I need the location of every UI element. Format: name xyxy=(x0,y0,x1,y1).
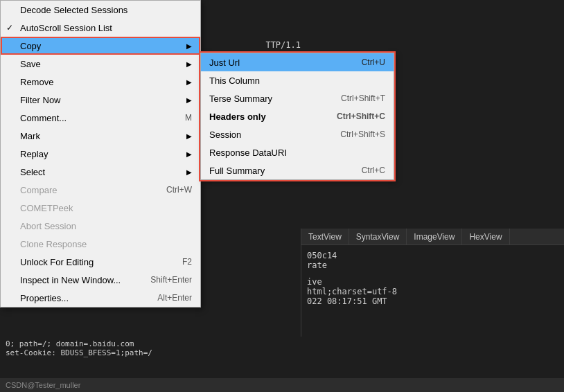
menu-item-save[interactable]: Save ▶ xyxy=(1,55,200,73)
menu-item-remove-label: Remove xyxy=(20,77,53,87)
menu-item-save-label: Save xyxy=(20,59,41,69)
cookie-line2: set-Cookie: BDUSS_BFESS=1;path=/ xyxy=(6,348,558,357)
checkmark-icon: ✓ xyxy=(6,23,13,33)
sub-menu-item-session[interactable]: Session Ctrl+Shift+S xyxy=(201,125,394,143)
menu-item-autoscroll[interactable]: ✓ AutoScroll Session List xyxy=(1,19,200,37)
tab-textview[interactable]: TextView xyxy=(301,229,349,244)
filter-arrow-icon: ▶ xyxy=(186,96,192,104)
replay-arrow-icon: ▶ xyxy=(186,150,192,158)
mark-arrow-icon: ▶ xyxy=(186,132,192,140)
sub-menu-headers-only-label: Headers only xyxy=(209,112,266,122)
tab-imageview[interactable]: ImageView xyxy=(407,229,462,244)
tab-hexview[interactable]: HexView xyxy=(462,229,509,244)
menu-item-clone-label: Clone Response xyxy=(20,239,87,249)
sub-menu-item-this-column[interactable]: This Column xyxy=(201,71,394,89)
menu-item-clone: Clone Response xyxy=(1,235,200,253)
menu-item-properties[interactable]: Properties... Alt+Enter xyxy=(1,289,200,307)
code-date: 022 08:17:51 GMT xyxy=(307,296,558,306)
sub-menu-session-shortcut: Ctrl+Shift+S xyxy=(340,130,385,139)
sub-menu-just-url-label: Just Url xyxy=(209,57,240,68)
menu-item-cometpeek: COMETPeek xyxy=(1,199,200,217)
menu-item-filter-now-label: Filter Now xyxy=(20,95,61,105)
sub-menu-item-full-summary[interactable]: Full Summary Ctrl+C xyxy=(201,161,394,179)
menu-item-unlock[interactable]: Unlock For Editing F2 xyxy=(1,253,200,271)
sub-menu-item-just-url[interactable]: Just Url Ctrl+U xyxy=(201,53,394,71)
menu-item-unlock-label: Unlock For Editing xyxy=(20,257,94,267)
menu-item-select[interactable]: Select ▶ xyxy=(1,163,200,181)
menu-item-compare: Compare Ctrl+W xyxy=(1,181,200,199)
menu-item-replay-label: Replay xyxy=(20,149,48,159)
menu-item-mark[interactable]: Mark ▶ xyxy=(1,127,200,145)
menu-item-properties-shortcut: Alt+Enter xyxy=(157,293,192,303)
menu-item-comment-shortcut: M xyxy=(185,113,192,123)
menu-item-inspect-shortcut: Shift+Enter xyxy=(150,275,192,285)
menu-item-select-label: Select xyxy=(20,167,45,177)
bottom-bar-text: CSDN@Tester_muller xyxy=(6,381,80,389)
tab-bar: TextView SyntaxView ImageView HexView xyxy=(301,229,564,245)
menu-item-abort-label: Abort Session xyxy=(20,221,76,231)
bg-code-line1: TTP/1.1 xyxy=(265,40,301,50)
bottom-content: 0; path=/; domain=.baidu.com set-Cookie:… xyxy=(0,337,564,378)
sub-menu-item-headers-only[interactable]: Headers only Ctrl+Shift+C xyxy=(201,107,394,125)
code-charset: html;charset=utf-8 xyxy=(307,287,558,296)
menu-item-comment-label: Comment... xyxy=(20,113,67,123)
tab-syntaxview[interactable]: SyntaxView xyxy=(349,229,407,244)
bottom-bar: CSDN@Tester_muller xyxy=(0,378,564,392)
sub-menu-this-column-label: This Column xyxy=(209,75,260,86)
sub-menu-just-url-shortcut: Ctrl+U xyxy=(362,57,385,67)
menu-item-cometpeek-label: COMETPeek xyxy=(20,203,73,213)
right-panel-content: 050c14 rate ive html;charset=utf-8 022 0… xyxy=(301,245,564,312)
menu-item-mark-label: Mark xyxy=(20,131,40,141)
sub-menu-full-summary-shortcut: Ctrl+C xyxy=(362,166,385,175)
menu-item-comment[interactable]: Comment... M xyxy=(1,109,200,127)
cookie-line1: 0; path=/; domain=.baidu.com xyxy=(6,339,558,348)
menu-item-abort: Abort Session xyxy=(1,217,200,235)
sub-menu: Just Url Ctrl+U This Column Terse Summar… xyxy=(200,53,394,180)
sub-menu-terse-summary-label: Terse Summary xyxy=(209,93,272,104)
menu-item-inspect[interactable]: Inspect in New Window... Shift+Enter xyxy=(1,271,200,289)
menu-item-compare-shortcut: Ctrl+W xyxy=(166,185,192,195)
menu-item-autoscroll-label: AutoScroll Session List xyxy=(20,23,112,33)
code-ive: ive xyxy=(307,277,558,287)
menu-item-properties-label: Properties... xyxy=(20,293,69,303)
menu-item-remove[interactable]: Remove ▶ xyxy=(1,73,200,91)
remove-arrow-icon: ▶ xyxy=(186,78,192,86)
save-arrow-icon: ▶ xyxy=(186,60,192,68)
sub-menu-session-label: Session xyxy=(209,130,241,140)
sub-menu-full-summary-label: Full Summary xyxy=(209,166,265,176)
context-menu: Decode Selected Sessions ✓ AutoScroll Se… xyxy=(0,0,201,308)
copy-arrow-icon: ▶ xyxy=(186,42,192,50)
menu-item-unlock-shortcut: F2 xyxy=(182,257,192,267)
code-050c14: 050c14 xyxy=(307,251,558,260)
sub-menu-item-terse-summary[interactable]: Terse Summary Ctrl+Shift+T xyxy=(201,89,394,107)
select-arrow-icon: ▶ xyxy=(186,168,192,176)
sub-menu-headers-only-shortcut: Ctrl+Shift+C xyxy=(337,112,385,121)
menu-item-copy-label: Copy xyxy=(20,41,41,51)
code-rate: rate xyxy=(307,260,558,270)
menu-item-filter-now[interactable]: Filter Now ▶ xyxy=(1,91,200,109)
sub-menu-response-datauri-label: Response DataURI xyxy=(209,148,287,158)
menu-item-decode-label: Decode Selected Sessions xyxy=(20,5,127,15)
menu-item-compare-label: Compare xyxy=(20,185,57,195)
menu-item-inspect-label: Inspect in New Window... xyxy=(20,275,121,285)
sub-menu-item-response-datauri[interactable]: Response DataURI xyxy=(201,143,394,161)
sub-menu-terse-shortcut: Ctrl+Shift+T xyxy=(341,93,385,103)
menu-item-copy[interactable]: Copy ▶ xyxy=(1,37,200,55)
menu-item-replay[interactable]: Replay ▶ xyxy=(1,145,200,163)
menu-item-decode[interactable]: Decode Selected Sessions xyxy=(1,1,200,19)
